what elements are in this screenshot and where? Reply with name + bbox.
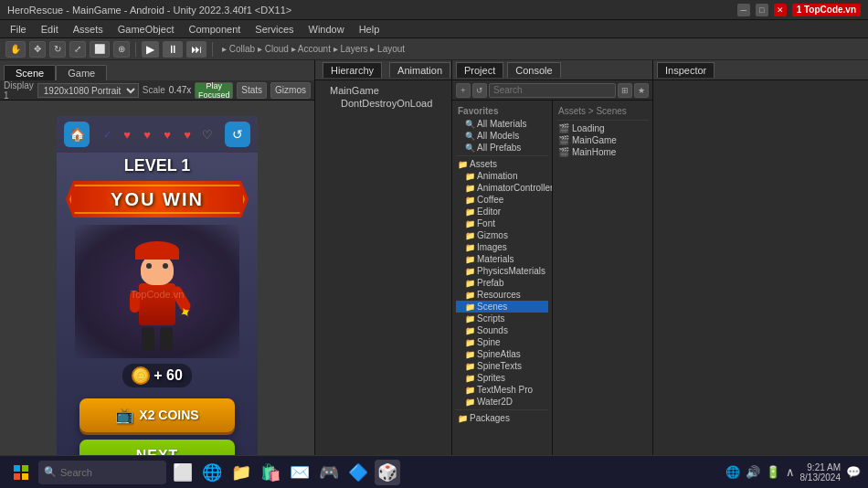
hierarchy-item-maingame[interactable]: MainGame	[319, 84, 448, 97]
tree-animation[interactable]: 📁Animation	[456, 170, 548, 182]
unity-version: ▸ Collab ▸ Cloud ▸ Account ▸ Layers ▸ La…	[222, 44, 405, 54]
tab-animation[interactable]: Animation	[389, 62, 450, 78]
inspector-panel: Inspector	[653, 60, 868, 488]
scene-loading[interactable]: 🎬 Loading	[556, 122, 649, 134]
home-button[interactable]: 🏠	[64, 122, 90, 147]
toolbar-hand[interactable]: ✋	[5, 41, 26, 58]
taskbar-search-input[interactable]	[38, 461, 166, 484]
menu-edit[interactable]: Edit	[35, 22, 65, 37]
x2-coins-button[interactable]: 📺 X2 COINS	[79, 398, 235, 431]
menu-component[interactable]: Component	[182, 22, 247, 37]
taskbar-icon-mail[interactable]: ✉️	[287, 460, 312, 485]
chevron-icon[interactable]: ∧	[786, 465, 795, 479]
tree-prefab[interactable]: 📁Prefab	[456, 277, 548, 289]
tree-materials[interactable]: 📁Materials	[456, 253, 548, 265]
tab-scene[interactable]: Scene	[4, 65, 56, 80]
tab-hierarchy[interactable]: Hierarchy	[323, 62, 382, 78]
project-view-btn[interactable]: ⊞	[618, 83, 632, 98]
toolbar-rotate[interactable]: ↻	[49, 41, 66, 58]
taskbar-icon-app2[interactable]: 🔷	[345, 460, 371, 485]
svg-rect-1	[22, 465, 28, 472]
hierarchy-panel: Hierarchy Animation MainGame DontDestroy…	[315, 60, 452, 488]
heart-1: ✓	[99, 126, 115, 143]
tree-spinetexts[interactable]: 📁SpineTexts	[456, 360, 548, 372]
resolution-select[interactable]: 1920x1080 Portrait	[37, 83, 139, 98]
tree-scripts[interactable]: 📁Scripts	[456, 313, 548, 324]
toolbar-scale[interactable]: ⤢	[69, 41, 86, 58]
settings-button[interactable]: ↺	[225, 122, 250, 147]
gizmos-btn[interactable]: Gizmos	[270, 82, 311, 99]
scene-icon-loading: 🎬	[558, 123, 569, 133]
scene-loading-label: Loading	[572, 123, 605, 133]
taskbar-icon-taskview[interactable]: ⬜	[170, 460, 196, 485]
tab-project[interactable]: Project	[456, 62, 503, 78]
tree-water2d[interactable]: 📁Water2D	[456, 396, 548, 408]
tree-spine[interactable]: 📁Spine	[456, 336, 548, 348]
tab-game[interactable]: Game	[56, 65, 107, 80]
tree-textmeshpro[interactable]: 📁TextMesh Pro	[456, 384, 548, 396]
tree-resources[interactable]: 📁Resources	[456, 289, 548, 301]
toolbar-rect[interactable]: ⬜	[90, 41, 110, 58]
maximize-btn[interactable]: □	[756, 4, 768, 16]
taskbar-icon-store[interactable]: 🛍️	[258, 460, 283, 485]
menu-file[interactable]: File	[4, 22, 33, 37]
menu-window[interactable]: Window	[302, 22, 351, 37]
hero-leg-left	[142, 327, 154, 351]
speaker-icon[interactable]: 🔊	[746, 465, 760, 479]
toolbar-move[interactable]: ✥	[29, 41, 46, 58]
stats-btn[interactable]: Stats	[237, 82, 267, 99]
scene-mainhome[interactable]: 🎬 MainHome	[556, 146, 649, 158]
tree-physicsmaterials[interactable]: 📁PhysicsMaterials	[456, 265, 548, 277]
tree-packages[interactable]: 📁Packages	[456, 412, 548, 424]
notification-icon[interactable]: 💬	[846, 465, 861, 479]
project-content: Favorites 🔍All Materials 🔍All Models 🔍Al…	[452, 101, 652, 488]
tab-console[interactable]: Console	[507, 62, 560, 78]
tree-scenes[interactable]: 📁Scenes	[456, 301, 548, 313]
svg-rect-3	[22, 473, 28, 480]
tab-inspector[interactable]: Inspector	[657, 62, 715, 78]
tree-font[interactable]: 📁Font	[456, 217, 548, 229]
tree-sounds[interactable]: 📁Sounds	[456, 324, 548, 336]
menu-gameobject[interactable]: GameObject	[111, 22, 181, 37]
taskbar-icon-explorer[interactable]: 📁	[228, 460, 254, 485]
taskbar-right: 🌐 🔊 🔋 ∧ 9:21 AM 8/13/2024 💬	[725, 462, 862, 483]
tree-all-prefabs[interactable]: 🔍All Prefabs	[456, 142, 548, 154]
toolbar-transform[interactable]: ⊕	[113, 41, 130, 58]
network-icon[interactable]: 🌐	[725, 465, 740, 479]
tree-animcontroller[interactable]: 📁AnimatorController	[456, 182, 548, 194]
tree-editor[interactable]: 📁Editor	[456, 206, 548, 217]
project-star-btn[interactable]: ★	[634, 83, 649, 98]
minimize-btn[interactable]: ─	[737, 4, 750, 16]
tree-spineatlas[interactable]: 📁SpineAtlas	[456, 348, 548, 360]
toolbar-sep2	[212, 42, 213, 57]
menu-help[interactable]: Help	[353, 22, 386, 37]
scene-maingame[interactable]: 🎬 MainGame	[556, 134, 649, 146]
hero-eye-right	[163, 263, 168, 269]
taskbar-icon-unity[interactable]: 🎲	[375, 460, 400, 485]
topcode-logo: 1 TopCode.vn	[792, 4, 861, 16]
menu-services[interactable]: Services	[249, 22, 300, 37]
tree-sprites[interactable]: 📁Sprites	[456, 372, 548, 384]
pause-button[interactable]: ⏸	[163, 41, 183, 58]
play-button[interactable]: ▶	[142, 41, 159, 58]
hierarchy-tabs: Hierarchy Animation	[315, 60, 451, 80]
tree-assets[interactable]: 📁Assets	[456, 158, 548, 170]
heart-4: ♥	[159, 126, 175, 143]
tree-all-materials[interactable]: 🔍All Materials	[456, 118, 548, 130]
project-search[interactable]	[489, 83, 616, 98]
x2-coins-label: X2 COINS	[139, 408, 198, 422]
play-focused-btn[interactable]: Play Focused	[195, 82, 233, 99]
taskbar-icon-edge[interactable]: 🌐	[199, 460, 225, 485]
start-button[interactable]	[7, 459, 35, 486]
tree-gizmos[interactable]: 📁Gizmos	[456, 229, 548, 241]
taskbar-icon-app1[interactable]: 🎮	[316, 460, 342, 485]
tree-all-models[interactable]: 🔍All Models	[456, 130, 548, 142]
tree-images[interactable]: 📁Images	[456, 241, 548, 253]
close-btn[interactable]: ✕	[774, 4, 787, 16]
project-add-btn[interactable]: +	[456, 83, 471, 98]
menu-assets[interactable]: Assets	[67, 22, 110, 37]
hierarchy-item-dontdestroy[interactable]: DontDestroyOnLoad	[319, 97, 448, 110]
project-refresh-btn[interactable]: ↺	[472, 83, 487, 98]
step-button[interactable]: ⏭	[186, 41, 206, 58]
tree-coffee[interactable]: 📁Coffee	[456, 194, 548, 206]
